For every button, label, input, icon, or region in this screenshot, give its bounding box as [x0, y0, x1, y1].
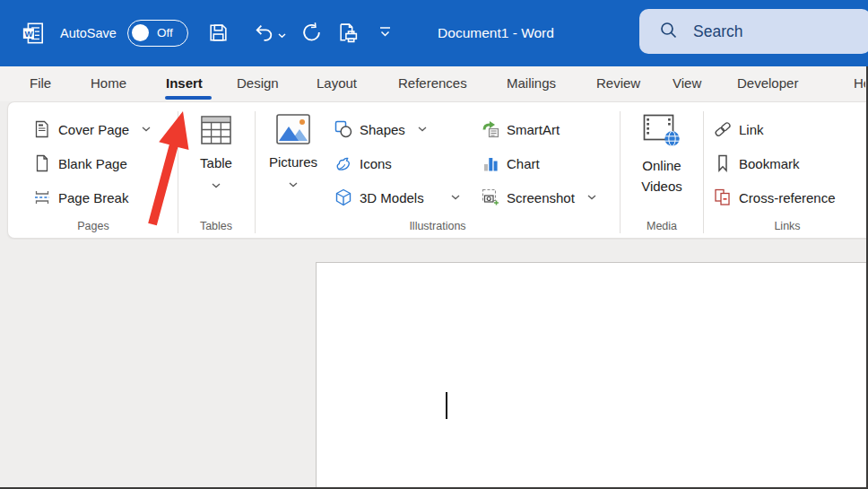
- 3d-models-button[interactable]: 3D Models: [334, 184, 460, 211]
- print-preview-button[interactable]: [333, 21, 363, 48]
- save-icon: [207, 22, 230, 48]
- undo-icon: [253, 22, 275, 48]
- tab-help-label: Help: [854, 66, 865, 101]
- document-page[interactable]: [316, 262, 868, 489]
- shapes-button[interactable]: Shapes: [334, 116, 427, 143]
- link-icon: [714, 120, 732, 138]
- word-logo-icon[interactable]: W: [22, 22, 45, 45]
- search-icon: [659, 21, 678, 43]
- undo-button[interactable]: [248, 21, 290, 48]
- undo-dropdown-icon: [278, 26, 286, 42]
- tab-design[interactable]: Design: [237, 66, 279, 101]
- tab-references[interactable]: References: [398, 66, 467, 101]
- cover-page-button[interactable]: Cover Page: [33, 116, 151, 143]
- chart-button[interactable]: Chart: [482, 150, 540, 177]
- cross-reference-icon: [714, 188, 732, 206]
- tab-view[interactable]: View: [673, 66, 701, 101]
- 3d-models-icon: [334, 188, 352, 206]
- shapes-icon: [334, 120, 352, 138]
- bookmark-label: Bookmark: [739, 156, 800, 171]
- smartart-button[interactable]: SmartArt: [482, 116, 560, 143]
- search-input[interactable]: [691, 22, 838, 42]
- 3d-models-dropdown-icon: [451, 195, 460, 200]
- tab-review[interactable]: Review: [596, 66, 640, 101]
- active-tab-indicator: [165, 96, 212, 100]
- group-label-links: Links: [733, 218, 841, 236]
- svg-text:W: W: [24, 29, 33, 39]
- pictures-dropdown-icon: [289, 175, 298, 191]
- word-window: W AutoSave Off: [0, 0, 868, 489]
- 3d-models-label: 3D Models: [360, 190, 424, 205]
- text-cursor: [446, 392, 447, 419]
- table-button[interactable]: Table: [189, 116, 243, 192]
- autosave-label: AutoSave: [60, 0, 117, 66]
- pictures-button[interactable]: Pictures: [266, 114, 320, 191]
- cover-page-dropdown-icon: [142, 127, 151, 132]
- tab-layout[interactable]: Layout: [317, 66, 357, 101]
- autosave-toggle[interactable]: Off: [127, 20, 188, 47]
- page-break-label: Page Break: [58, 190, 128, 205]
- link-button[interactable]: Link: [714, 116, 764, 143]
- shapes-dropdown-icon: [418, 127, 427, 132]
- smartart-icon: [482, 120, 499, 138]
- document-title: Document1 - Word: [408, 0, 584, 66]
- toggle-knob-icon: [132, 24, 149, 41]
- online-videos-label: Online Videos: [635, 155, 689, 196]
- save-button[interactable]: [203, 21, 233, 48]
- group-label-media: Media: [608, 218, 716, 236]
- redo-icon: [300, 22, 323, 48]
- icons-icon: [334, 154, 352, 172]
- customize-qat-icon: [378, 26, 393, 42]
- table-icon: [201, 116, 231, 148]
- title-bar: W AutoSave Off: [0, 0, 868, 66]
- ribbon-tab-row: File Home Insert Design Layout Reference…: [0, 66, 868, 101]
- page-break-button[interactable]: Page Break: [33, 184, 128, 211]
- screenshot-label: Screenshot: [507, 190, 575, 205]
- ribbon-panel: Cover Page Blank Page Page: [7, 101, 868, 239]
- icons-label: Icons: [360, 156, 392, 171]
- document-area: [0, 240, 868, 489]
- tab-mailings[interactable]: Mailings: [507, 66, 556, 101]
- blank-page-label: Blank Page: [58, 156, 127, 171]
- group-separator: [620, 111, 621, 233]
- online-videos-button[interactable]: Online Videos: [629, 114, 695, 196]
- screenshot-dropdown-icon: [587, 195, 596, 200]
- group-separator: [178, 111, 178, 233]
- screenshot-button[interactable]: Screenshot: [482, 184, 596, 211]
- search-box[interactable]: [639, 9, 868, 54]
- print-preview-icon: [337, 22, 360, 48]
- cross-reference-label: Cross-reference: [739, 190, 836, 205]
- icons-button[interactable]: Icons: [334, 150, 392, 177]
- cover-page-label: Cover Page: [58, 122, 129, 137]
- table-label: Table: [200, 155, 232, 170]
- link-label: Link: [739, 122, 764, 137]
- group-separator: [255, 111, 256, 233]
- tab-help[interactable]: Help: [854, 66, 865, 101]
- customize-qat-button[interactable]: [369, 21, 400, 48]
- smartart-label: SmartArt: [507, 122, 560, 137]
- tab-file[interactable]: File: [30, 66, 51, 101]
- bookmark-button[interactable]: Bookmark: [714, 150, 800, 177]
- tab-developer[interactable]: Developer: [737, 66, 798, 101]
- cover-page-icon: [33, 120, 51, 138]
- table-dropdown-icon: [212, 176, 221, 192]
- chart-icon: [482, 154, 499, 172]
- page-break-icon: [33, 188, 51, 206]
- shapes-label: Shapes: [360, 122, 405, 137]
- tab-home[interactable]: Home: [91, 66, 126, 101]
- blank-page-icon: [33, 154, 51, 172]
- cross-reference-button[interactable]: Cross-reference: [714, 184, 836, 211]
- group-label-illustrations: Illustrations: [348, 218, 527, 236]
- group-label-tables: Tables: [162, 218, 270, 236]
- online-videos-icon: [643, 114, 681, 151]
- pictures-label: Pictures: [269, 154, 317, 170]
- bookmark-icon: [714, 154, 732, 172]
- redo-button[interactable]: [296, 21, 326, 48]
- pictures-icon: [276, 114, 310, 148]
- autosave-state: Off: [157, 21, 173, 46]
- blank-page-button[interactable]: Blank Page: [33, 150, 127, 177]
- group-separator: [703, 111, 704, 233]
- screenshot-icon: [482, 188, 499, 206]
- group-label-pages: Pages: [35, 218, 152, 236]
- chart-label: Chart: [507, 156, 540, 171]
